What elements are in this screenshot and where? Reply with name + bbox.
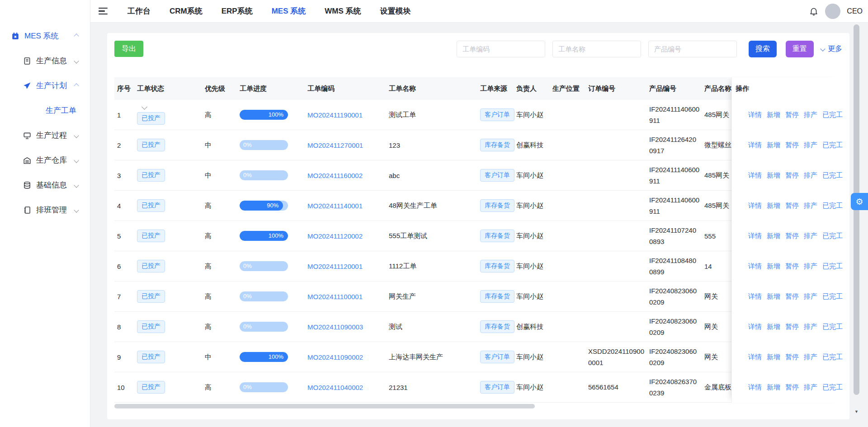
action-complete[interactable]: 已完工 <box>822 202 843 210</box>
sidebar-item-basic-info[interactable]: 基础信息 <box>0 173 90 197</box>
progress-label: 0% <box>243 322 252 332</box>
nav-item-erp[interactable]: ERP系统 <box>222 6 253 16</box>
action-detail[interactable]: 详情 <box>748 202 762 210</box>
work-order-code-link[interactable]: MO202411100001 <box>307 293 363 300</box>
action-schedule[interactable]: 排产 <box>804 383 817 392</box>
scrollbar-down-arrow-icon[interactable]: ▼ <box>854 409 859 414</box>
chevron-down-icon <box>74 133 79 138</box>
nav-item-crm[interactable]: CRM系统 <box>170 6 203 16</box>
action-detail[interactable]: 详情 <box>748 111 762 119</box>
action-detail[interactable]: 详情 <box>748 262 762 271</box>
action-detail[interactable]: 详情 <box>748 383 762 392</box>
user-avatar[interactable] <box>825 4 840 19</box>
action-add[interactable]: 新增 <box>767 171 780 180</box>
sidebar-item-shift-management[interactable]: 排班管理 <box>0 197 90 222</box>
nav-item-settings[interactable]: 设置模块 <box>380 6 411 16</box>
sidebar-item-label: 生产工单 <box>46 105 76 116</box>
action-schedule[interactable]: 排产 <box>804 323 817 331</box>
action-pause[interactable]: 暂停 <box>785 171 799 180</box>
work-order-code-link[interactable]: MO202411090003 <box>307 323 363 331</box>
product-code-input[interactable] <box>648 41 737 57</box>
action-add[interactable]: 新增 <box>767 323 780 331</box>
nav-item-workbench[interactable]: 工作台 <box>127 6 151 16</box>
expand-row-icon[interactable] <box>142 105 147 110</box>
action-detail[interactable]: 详情 <box>748 232 762 240</box>
action-pause[interactable]: 暂停 <box>785 353 799 361</box>
action-schedule[interactable]: 排产 <box>804 141 817 150</box>
work-order-code-link[interactable]: MO202411270001 <box>307 141 363 149</box>
nav-item-mes[interactable]: MES 系统 <box>272 6 306 16</box>
work-order-code-link[interactable]: MO202411040002 <box>307 384 363 391</box>
action-pause[interactable]: 暂停 <box>785 141 799 150</box>
action-complete[interactable]: 已完工 <box>822 232 843 240</box>
notification-bell-icon[interactable] <box>809 6 819 16</box>
sidebar-item-production-plan[interactable]: 生产计划 <box>0 73 90 98</box>
action-complete[interactable]: 已完工 <box>822 292 843 301</box>
chevron-down-icon <box>74 183 79 188</box>
work-order-code-link[interactable]: MO202411120001 <box>307 263 363 270</box>
action-detail[interactable]: 详情 <box>748 171 762 180</box>
action-schedule[interactable]: 排产 <box>804 292 817 301</box>
sidebar-item-production-info[interactable]: 生产信息 <box>0 48 90 73</box>
cell-priority: 中 <box>205 171 240 180</box>
theme-settings-button[interactable]: ⚙ <box>851 193 868 210</box>
action-complete[interactable]: 已完工 <box>822 323 843 331</box>
action-schedule[interactable]: 排产 <box>804 353 817 361</box>
action-complete[interactable]: 已完工 <box>822 141 843 150</box>
action-schedule[interactable]: 排产 <box>804 262 817 271</box>
action-add[interactable]: 新增 <box>767 353 780 361</box>
work-order-code-link[interactable]: MO202411140001 <box>307 202 363 210</box>
action-complete[interactable]: 已完工 <box>822 171 843 180</box>
work-order-name-input[interactable] <box>552 41 641 57</box>
more-filters-link[interactable]: 更多 <box>821 44 842 54</box>
work-order-code-input[interactable] <box>457 41 545 57</box>
action-pause[interactable]: 暂停 <box>785 202 799 210</box>
progress-label: 90% <box>267 201 278 211</box>
sidebar-item-production-process[interactable]: 生产过程 <box>0 123 90 148</box>
action-pause[interactable]: 暂停 <box>785 323 799 331</box>
cell-priority: 高 <box>205 202 240 210</box>
work-order-code-link[interactable]: MO202411090002 <box>307 353 363 361</box>
action-add[interactable]: 新增 <box>767 232 780 240</box>
action-complete[interactable]: 已完工 <box>822 353 843 361</box>
sidebar-item-production-warehouse[interactable]: 生产仓库 <box>0 148 90 173</box>
action-schedule[interactable]: 排产 <box>804 202 817 210</box>
work-order-code-link[interactable]: MO202411160002 <box>307 172 363 179</box>
action-add[interactable]: 新增 <box>767 111 780 119</box>
action-add[interactable]: 新增 <box>767 383 780 392</box>
action-pause[interactable]: 暂停 <box>785 262 799 271</box>
action-pause[interactable]: 暂停 <box>785 111 799 119</box>
cell-source: 客户订单 <box>480 351 516 363</box>
work-order-code-link[interactable]: MO202411190001 <box>307 111 363 119</box>
action-pause[interactable]: 暂停 <box>785 292 799 301</box>
sidebar-item-mes-system[interactable]: MES 系统 <box>0 23 90 48</box>
cell-order-no: 56561654 <box>588 381 649 393</box>
action-schedule[interactable]: 排产 <box>804 111 817 119</box>
source-badge: 客户订单 <box>480 108 514 121</box>
search-button[interactable]: 搜索 <box>749 41 777 57</box>
action-add[interactable]: 新增 <box>767 202 780 210</box>
action-pause[interactable]: 暂停 <box>785 232 799 240</box>
action-detail[interactable]: 详情 <box>748 141 762 150</box>
action-detail[interactable]: 详情 <box>748 323 762 331</box>
progress-bar: 0% <box>240 261 288 271</box>
action-detail[interactable]: 详情 <box>748 353 762 361</box>
action-schedule[interactable]: 排产 <box>804 171 817 180</box>
reset-button[interactable]: 重置 <box>786 41 814 57</box>
action-complete[interactable]: 已完工 <box>822 383 843 392</box>
nav-item-wms[interactable]: WMS 系统 <box>325 6 361 16</box>
action-detail[interactable]: 详情 <box>748 292 762 301</box>
collapse-sidebar-icon[interactable] <box>99 8 108 14</box>
action-add[interactable]: 新增 <box>767 141 780 150</box>
action-add[interactable]: 新增 <box>767 262 780 271</box>
action-complete[interactable]: 已完工 <box>822 111 843 119</box>
action-complete[interactable]: 已完工 <box>822 262 843 271</box>
sidebar-item-production-work-order[interactable]: 生产工单 <box>0 98 90 123</box>
action-pause[interactable]: 暂停 <box>785 383 799 392</box>
action-schedule[interactable]: 排产 <box>804 232 817 240</box>
action-add[interactable]: 新增 <box>767 292 780 301</box>
work-order-code-link[interactable]: MO202411120002 <box>307 232 363 240</box>
export-button[interactable]: 导出 <box>114 41 143 57</box>
horizontal-scrollbar-thumb[interactable] <box>114 404 535 408</box>
chevron-up-icon <box>74 83 79 88</box>
